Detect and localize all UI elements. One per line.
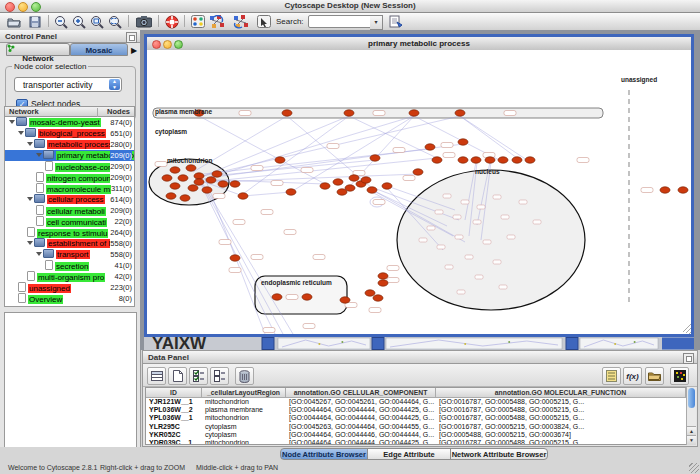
canvas-resize-grip[interactable] [683,324,691,334]
expand-arrow-icon[interactable] [27,197,33,201]
network-node[interactable] [320,183,330,189]
function-builder-icon[interactable]: f(x) [623,367,642,385]
tab-edge-attribute-browser[interactable]: Edge Attribute Browser [367,448,451,460]
edge[interactable] [211,160,375,176]
column-header-1[interactable]: _cellularLayoutRegion [202,388,286,397]
table-row[interactable]: YKR052Ccytoplasm[GO:0044464, GO:0044446,… [146,431,686,439]
network-node[interactable] [333,179,343,185]
tree-row-response-to-stimulu[interactable]: response to stimulu264(0) [5,227,134,238]
zoom-selected-icon[interactable] [89,14,105,29]
network-node[interactable] [678,187,688,193]
tree-row-macromolecule-m[interactable]: macromolecule m311(0) [5,183,134,194]
resize-grip[interactable] [689,463,699,473]
close-window-button[interactable] [5,2,15,12]
network-node[interactable] [188,185,198,191]
net-minimize-button[interactable] [163,40,172,49]
expand-arrow-icon[interactable] [18,131,24,135]
table-row[interactable]: YLR295Ccytoplasm[GO:0045263, GO:0044464,… [146,423,686,431]
expand-arrow-icon[interactable] [36,153,42,157]
attribute-grid-icon[interactable] [147,367,166,385]
network-node[interactable] [282,110,292,116]
network-node[interactable] [286,189,296,195]
network-node[interactable] [425,144,435,150]
expand-arrow-icon[interactable] [27,142,33,146]
save-session-icon[interactable] [27,14,43,29]
tree-row-primary-metabolic-proc[interactable]: primary metabolic proc209(0) [5,150,134,161]
heatmap-icon[interactable] [670,367,689,385]
tab-network-attribute-browser[interactable]: Network Attribute Browser [450,448,548,460]
table-row[interactable]: YJR121W__1mitochondrion[GO:0045267, GO:0… [146,398,686,406]
annotation-icon[interactable] [256,14,272,29]
network-view-window[interactable]: primary metabolic process plasma membran… [144,34,694,337]
network-node[interactable] [170,167,180,173]
network-node[interactable] [660,187,670,193]
search-dropdown-arrow[interactable]: ▾ [370,15,383,30]
network-node[interactable] [485,157,495,163]
network-node[interactable] [337,189,347,195]
tab-node-attribute-browser[interactable]: Node Attribute Browser [280,448,368,460]
network-node[interactable] [525,157,535,163]
tab-overflow-arrow[interactable]: ▶ [131,46,137,55]
background-window-edge[interactable] [662,338,694,350]
tree-row-cell-communicati[interactable]: cell communicati22(0) [5,216,134,227]
zoom-in-icon[interactable] [71,14,87,29]
vizmapper-icon[interactable] [190,14,206,29]
data-panel-float-icon[interactable] [683,353,694,364]
network-node[interactable] [432,157,442,163]
column-header-3[interactable]: annotation.GO MOLECULAR_FUNCTION [436,388,686,397]
expand-arrow-icon[interactable] [36,252,42,256]
network-node[interactable] [230,255,240,261]
edge[interactable] [243,192,291,196]
new-attribute-icon[interactable] [168,367,187,385]
network-node[interactable] [367,187,377,193]
table-row[interactable]: YPL036W__1mitochondrion[GO:0044464, GO:0… [146,414,686,422]
layout-selected-icon[interactable] [233,14,249,29]
tree-row-establishment-of-lo[interactable]: establishment of lo558(0) [5,238,134,249]
import-table-icon[interactable] [645,367,664,385]
network-node[interactable] [378,280,388,286]
minimize-window-button[interactable] [18,2,28,12]
network-node[interactable] [170,183,180,189]
delete-attribute-icon[interactable] [235,367,254,385]
network-node[interactable] [238,193,248,199]
network-node[interactable] [458,157,468,163]
network-node[interactable] [349,175,359,181]
tab-network[interactable]: Network [6,43,70,56]
net-close-button[interactable] [152,40,161,49]
tree-row-metabolic-process[interactable]: metabolic process280(0) [5,139,134,150]
help-icon[interactable] [164,14,180,29]
network-node[interactable] [344,110,354,116]
network-node[interactable] [370,155,380,161]
network-node[interactable] [498,157,508,163]
network-node[interactable] [365,290,375,296]
background-window-edge[interactable] [566,338,578,350]
zoom-fit-icon[interactable] [107,14,123,29]
zoom-window-button[interactable] [31,2,41,12]
network-node[interactable] [378,273,388,279]
edge[interactable] [201,182,283,334]
network-window-title-bar[interactable]: primary metabolic process [147,37,691,51]
network-node[interactable] [272,294,282,300]
network-node[interactable] [275,157,285,163]
zoom-out-icon[interactable] [53,14,69,29]
network-node[interactable] [455,110,465,116]
network-node[interactable] [186,165,196,171]
network-node[interactable] [382,183,392,189]
edge[interactable] [460,116,517,158]
tree-row-multi-organism-pro[interactable]: multi-organism pro42(0) [5,271,134,282]
scrollbar-thumb[interactable] [688,388,695,408]
background-window-edge[interactable] [262,338,274,350]
network-node[interactable] [206,177,216,183]
tree-row-cellular-process[interactable]: cellular process614(0) [5,194,134,205]
net-zoom-button[interactable] [174,40,183,49]
attribute-table[interactable]: ID_cellularLayoutRegionannotation.GO CEL… [145,387,687,445]
network-node[interactable] [202,187,212,193]
unselect-all-attributes-icon[interactable] [210,367,229,385]
network-node[interactable] [194,173,204,179]
tree-row-overview[interactable]: Overview8(0) [5,293,134,304]
network-canvas[interactable]: plasma membranecytoplasmmitochondrionnuc… [147,50,691,334]
network-node[interactable] [361,177,371,183]
network-node[interactable] [180,195,190,201]
import-attributes-icon[interactable] [388,14,404,29]
network-node[interactable] [178,175,188,181]
